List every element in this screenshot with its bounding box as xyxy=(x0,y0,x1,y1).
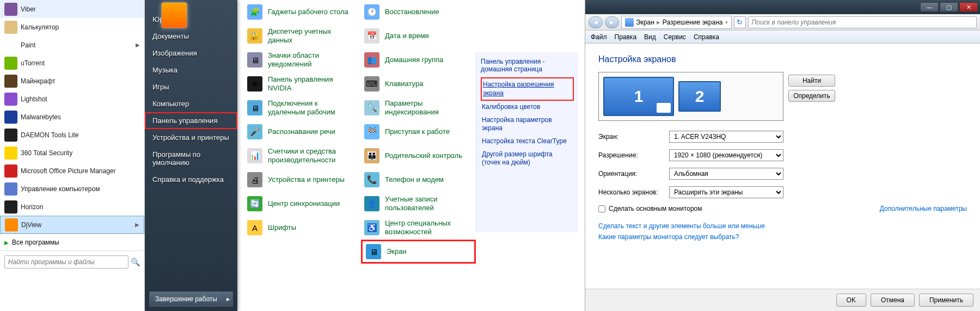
cp-icon: 📅 xyxy=(364,28,379,44)
app-icon xyxy=(4,164,17,178)
shutdown-dropdown[interactable]: ▶ xyxy=(223,291,233,307)
program-item[interactable]: 360 Total Security xyxy=(0,144,144,162)
program-item[interactable]: Калькулятор xyxy=(0,18,144,36)
program-item[interactable]: uTorrent xyxy=(0,54,144,72)
app-icon xyxy=(4,182,17,196)
forward-button[interactable]: ► xyxy=(605,16,619,28)
cp-item[interactable]: 🔍 Параметры индексирования xyxy=(361,96,476,120)
cp-item[interactable]: 🧩 Гаджеты рабочего стола xyxy=(244,0,359,24)
cp-item[interactable]: 🔄 Центр синхронизации xyxy=(244,192,359,216)
cp-item[interactable]: 🕐 Восстановление xyxy=(361,0,476,24)
cp-item[interactable]: ⌨ Клавиатура xyxy=(361,72,476,96)
screen-select[interactable]: 1. ACER V243HQ xyxy=(669,131,783,143)
cp-item[interactable]: 🖨 Устройства и принтеры xyxy=(244,168,359,192)
apply-button[interactable]: Применить xyxy=(919,294,973,307)
menu-item[interactable]: Справка xyxy=(694,33,719,41)
menu-item[interactable]: Сервис xyxy=(664,33,686,41)
program-item[interactable]: Lightshot xyxy=(0,90,144,108)
program-item[interactable]: Horizon xyxy=(0,198,144,216)
cp-item[interactable]: 👁 Панель управления NVIDIA xyxy=(244,72,359,96)
cp-item[interactable]: 📞 Телефон и модем xyxy=(361,168,476,192)
cp-item[interactable]: 👤 Учетные записи пользователей xyxy=(361,192,476,216)
monitor-1[interactable]: 1 xyxy=(603,77,674,116)
cp-item[interactable]: 📊 Счетчики и средства производительности xyxy=(244,144,359,168)
app-icon xyxy=(4,111,17,124)
cp-side-link[interactable]: Другой размер шрифта (точек на дюйм) xyxy=(481,148,574,169)
cp-label: Домашняя группа xyxy=(385,56,443,64)
cp-item[interactable]: 👥 Домашняя группа xyxy=(361,48,476,72)
program-item[interactable]: Viber xyxy=(0,0,144,18)
find-button[interactable]: Найти xyxy=(788,75,835,87)
ok-button[interactable]: OK xyxy=(836,294,866,307)
maximize-button[interactable]: ▢ xyxy=(940,2,958,12)
places-item[interactable]: Компьютер xyxy=(145,95,237,112)
places-item[interactable]: Справка и поддержка xyxy=(145,171,237,188)
monitor-preview[interactable]: 1 2 Найти Определить xyxy=(598,72,783,121)
places-item[interactable]: Музыка xyxy=(145,62,237,78)
monitor-icon xyxy=(625,18,634,27)
menu-item[interactable]: Вид xyxy=(644,33,656,41)
monitor-help-link[interactable]: Какие параметры монитора следует выбрать… xyxy=(598,233,739,241)
cp-side-link[interactable]: Настройка разрешения экрана xyxy=(481,77,574,101)
shutdown-button[interactable]: Завершение работы xyxy=(149,291,223,307)
back-button[interactable]: ◄ xyxy=(589,16,603,28)
places-item[interactable]: Устройства и принтеры xyxy=(145,129,237,146)
resolution-label: Разрешение: xyxy=(598,151,669,159)
minimize-button[interactable]: — xyxy=(920,2,939,12)
program-item[interactable]: Управление компьютером xyxy=(0,180,144,198)
places-item[interactable]: Юрец xyxy=(145,11,237,28)
program-label: Paint xyxy=(21,41,35,49)
places-item[interactable]: Игры xyxy=(145,78,237,95)
places-item[interactable]: Изображения xyxy=(145,45,237,62)
cp-label: Значки области уведомлений xyxy=(268,51,356,68)
all-programs-button[interactable]: ▶ Все программы xyxy=(0,234,144,251)
resolution-select[interactable]: 1920 × 1080 (рекомендуется) xyxy=(669,149,783,161)
cp-side-link[interactable]: Настройка текста ClearType xyxy=(481,135,574,148)
primary-checkbox[interactable] xyxy=(598,205,605,212)
detect-button[interactable]: Определить xyxy=(788,90,835,102)
brand-icon xyxy=(657,103,671,113)
text-size-link[interactable]: Сделать текст и другие элементы больше и… xyxy=(598,222,765,230)
cp-item[interactable]: A Шрифты xyxy=(244,216,359,240)
cp-side-link[interactable]: Настройка параметров экрана xyxy=(481,114,574,135)
places-item[interactable]: Документы xyxy=(145,28,237,45)
cp-item[interactable]: 🎤 Распознавание речи xyxy=(244,120,359,144)
cp-label: Родительский контроль xyxy=(385,151,462,160)
app-icon xyxy=(4,75,17,88)
advanced-link[interactable]: Дополнительные параметры xyxy=(880,205,967,212)
cp-icon: 📊 xyxy=(247,148,262,163)
cp-item[interactable]: 📅 Дата и время xyxy=(361,24,476,48)
program-item[interactable]: Paint ▶ xyxy=(0,36,144,54)
refresh-button[interactable]: ↻ xyxy=(734,16,746,28)
cp-item[interactable]: 🏁 Приступая к работе xyxy=(361,120,476,144)
menu-item[interactable]: Правка xyxy=(615,33,637,41)
monitor-2[interactable]: 2 xyxy=(678,81,721,112)
orientation-select[interactable]: Альбомная xyxy=(669,168,783,180)
places-item[interactable]: Программы по умолчанию xyxy=(145,146,237,171)
breadcrumb-seg1: Экран xyxy=(636,19,654,26)
cp-item[interactable]: ♿ Центр специальных возможностей xyxy=(361,216,476,240)
search-input[interactable] xyxy=(4,255,128,269)
menu-item[interactable]: Файл xyxy=(591,33,607,41)
cancel-button[interactable]: Отмена xyxy=(871,294,915,307)
multi-select[interactable]: Расширить эти экраны xyxy=(669,186,783,198)
program-item[interactable]: Microsoft Office Picture Manager xyxy=(0,162,144,180)
program-item[interactable]: Malwarebytes xyxy=(0,108,144,126)
program-item[interactable]: DjView ▶ xyxy=(0,216,144,234)
chevron-right-icon: ▶ xyxy=(136,42,140,48)
cp-item[interactable]: 🖥 Экран xyxy=(361,240,476,264)
cp-icon: 👁 xyxy=(247,76,262,92)
cp-item[interactable]: 👪 Родительский контроль xyxy=(361,144,476,168)
cp-side-link[interactable]: Калибровка цветов xyxy=(481,101,574,114)
places-item[interactable]: Панель управления xyxy=(145,112,237,129)
program-item[interactable]: DAEMON Tools Lite xyxy=(0,126,144,144)
breadcrumb[interactable]: Экран ▶ Разрешение экрана ▾ xyxy=(621,16,732,29)
cp-item[interactable]: 🔐 Диспетчер учетных данных xyxy=(244,24,359,48)
program-item[interactable]: Майнкрафт xyxy=(0,72,144,90)
cp-item[interactable]: 🖥 Подключения к удаленным рабочим xyxy=(244,96,359,120)
close-button[interactable]: ✕ xyxy=(959,2,978,12)
resolution-window: — ▢ ✕ ◄ ► Экран ▶ Разрешение экрана ▾ ↻ … xyxy=(585,0,980,311)
cp-icon: 🖥 xyxy=(247,100,262,115)
cp-item[interactable]: 🖥 Значки области уведомлений xyxy=(244,48,359,72)
cp-search-input[interactable] xyxy=(748,16,977,28)
